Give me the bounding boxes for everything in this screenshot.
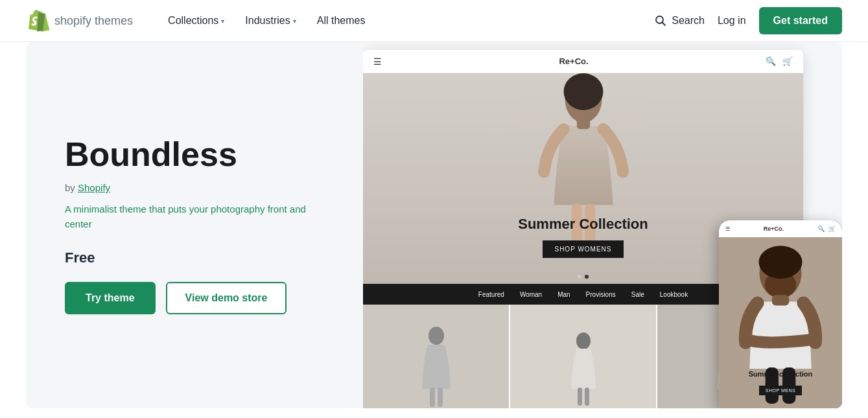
theme-title: Boundless <box>65 136 324 173</box>
hero-dots <box>578 275 589 279</box>
svg-rect-12 <box>585 388 589 406</box>
shopify-logo-icon <box>26 9 49 32</box>
hamburger-icon: ☰ <box>373 56 382 67</box>
store-name-mobile: Re+Co. <box>764 226 784 232</box>
main-nav: Collections ▾ Industries ▾ All themes <box>159 10 655 32</box>
svg-rect-9 <box>438 388 443 407</box>
svg-point-7 <box>428 327 444 345</box>
svg-point-3 <box>563 73 603 110</box>
theme-preview-area: ☰ Re+Co. 🔍 🛒 <box>363 42 842 408</box>
mobile-shop-button: SHOP MENS <box>759 386 802 395</box>
nav-all-themes[interactable]: All themes <box>308 10 375 32</box>
nav-sale: Sale <box>631 291 644 298</box>
nav-collections[interactable]: Collections ▾ <box>159 10 233 32</box>
mobile-search-icon: 🔍 <box>817 226 825 232</box>
nav-lookbook: Lookbook <box>660 291 688 298</box>
theme-price: Free <box>65 250 324 266</box>
nav-industries[interactable]: Industries ▾ <box>236 10 305 32</box>
dot-1 <box>578 275 581 279</box>
search-icon-small: 🔍 <box>766 56 776 66</box>
mockup-header-bar: ☰ Re+Co. 🔍 🛒 <box>363 50 803 73</box>
search-button[interactable]: Search <box>655 15 705 27</box>
dot-2 <box>585 275 589 279</box>
nav-man: Man <box>557 291 570 298</box>
main-content: Boundless by Shopify A minimalist theme … <box>26 42 842 408</box>
logo-text: shopify themes <box>54 14 133 28</box>
nav-provisions: Provisions <box>586 291 616 298</box>
nav-woman: Woman <box>520 291 542 298</box>
store-name-desktop: Re+Co. <box>559 56 588 66</box>
cart-icon-small: 🛒 <box>782 56 793 66</box>
site-header: shopify themes Collections ▾ Industries … <box>0 0 868 42</box>
hero-text: Summer Collection SHOP WOMENS <box>518 216 648 258</box>
svg-point-19 <box>758 246 802 279</box>
svg-line-1 <box>663 23 666 26</box>
try-theme-button[interactable]: Try theme <box>65 282 156 314</box>
theme-description: A minimalist theme that puts your photog… <box>65 202 324 231</box>
mobile-cart-icon: 🛒 <box>828 226 836 232</box>
header-actions: Search Log in Get started <box>655 7 842 34</box>
svg-point-10 <box>576 332 591 349</box>
svg-rect-11 <box>578 388 582 406</box>
chevron-down-icon: ▾ <box>293 17 296 25</box>
svg-rect-20 <box>772 295 789 305</box>
mobile-hero-text: Summer collection SHOP MENS <box>749 370 812 395</box>
get-started-button[interactable]: Get started <box>759 7 842 34</box>
figure-1-icon <box>414 324 459 408</box>
theme-author-line: by Shopify <box>65 182 324 193</box>
mobile-hero: Summer collection SHOP MENS <box>719 237 842 408</box>
view-demo-button[interactable]: View demo store <box>166 282 287 314</box>
gallery-img-1 <box>363 305 510 408</box>
nav-featured: Featured <box>478 291 504 298</box>
mobile-mockup: ☰ Re+Co. 🔍 🛒 <box>719 220 842 408</box>
hero-title: Summer Collection <box>518 216 648 233</box>
figure-2-icon <box>564 331 603 408</box>
theme-author-link[interactable]: Shopify <box>78 182 110 193</box>
theme-actions: Try theme View demo store <box>65 282 324 314</box>
chevron-down-icon: ▾ <box>221 17 224 25</box>
gallery-img-2 <box>510 305 657 408</box>
mobile-bar-icons: 🔍 🛒 <box>817 226 836 232</box>
mobile-hero-title: Summer collection <box>749 370 812 378</box>
mockup-bar-icons: 🔍 🛒 <box>766 56 793 66</box>
login-button[interactable]: Log in <box>718 15 746 27</box>
svg-rect-8 <box>430 388 435 407</box>
search-icon <box>655 15 666 27</box>
logo[interactable]: shopify themes <box>26 9 133 32</box>
theme-info-panel: Boundless by Shopify A minimalist theme … <box>26 136 363 314</box>
svg-rect-6 <box>576 116 589 129</box>
hero-shop-button: SHOP WOMENS <box>543 240 623 258</box>
mobile-header-bar: ☰ Re+Co. 🔍 🛒 <box>719 220 842 237</box>
mobile-hamburger-icon: ☰ <box>725 226 730 232</box>
